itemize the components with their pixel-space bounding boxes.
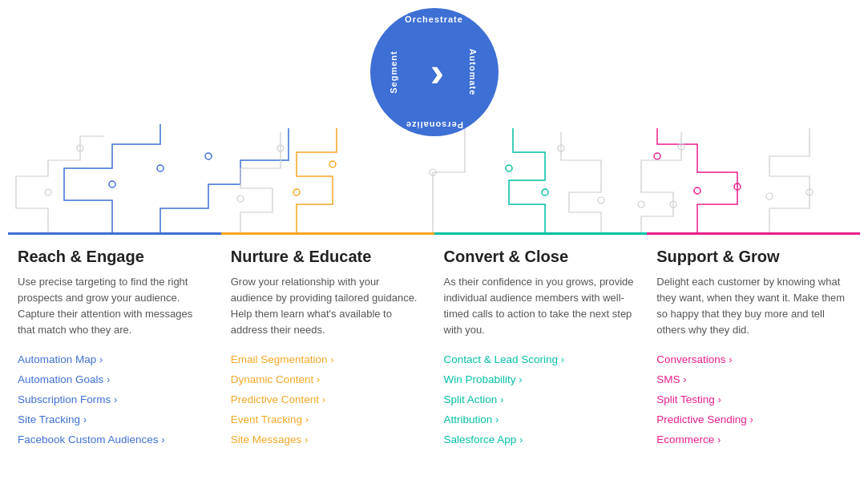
svg-point-1: [157, 165, 164, 171]
feature-link-convert-0[interactable]: Contact & Lead Scoring: [444, 353, 638, 365]
svg-point-17: [766, 193, 773, 200]
feature-link-nurture-2[interactable]: Predictive Content: [231, 393, 425, 405]
circle-label-orchestrate: Orchestrate: [405, 14, 463, 24]
column-support: Support & GrowDelight each customer by k…: [647, 232, 860, 470]
svg-point-3: [45, 189, 51, 196]
columns-area: Reach & EngageUse precise targeting to f…: [0, 232, 868, 470]
svg-point-14: [694, 188, 700, 194]
column-nurture: Nurture & EducateGrow your relationship …: [221, 232, 434, 470]
feature-link-convert-4[interactable]: Salesforce App: [444, 433, 638, 446]
feature-link-reach-1[interactable]: Automation Goals: [18, 373, 212, 385]
svg-point-2: [205, 153, 212, 159]
column-title-reach: Reach & Engage: [18, 248, 212, 266]
chevron-icon: ›: [430, 51, 444, 93]
svg-point-10: [506, 165, 512, 171]
diagram-area: Orchestrate Automate Personalize Segment…: [0, 0, 868, 232]
svg-point-6: [329, 161, 336, 167]
svg-point-9: [542, 189, 548, 196]
column-title-convert: Convert & Close: [444, 248, 638, 266]
svg-point-7: [237, 196, 244, 202]
column-desc-convert: As their confidence in you grows, provid…: [444, 274, 638, 339]
feature-link-convert-1[interactable]: Win Probability: [444, 373, 638, 385]
column-desc-reach: Use precise targeting to find the right …: [18, 274, 212, 339]
circle-label-personalize: Personalize: [405, 120, 462, 130]
feature-link-support-1[interactable]: SMS: [656, 373, 850, 385]
svg-point-19: [638, 201, 644, 208]
feature-link-nurture-4[interactable]: Site Messages: [231, 433, 425, 446]
feature-link-reach-4[interactable]: Facebook Custom Audiences: [18, 433, 212, 446]
column-convert: Convert & CloseAs their confidence in yo…: [434, 232, 648, 470]
feature-link-convert-2[interactable]: Split Action: [444, 393, 638, 405]
column-reach: Reach & EngageUse precise targeting to f…: [8, 232, 221, 470]
column-desc-support: Delight each customer by knowing what th…: [656, 274, 850, 339]
svg-point-0: [109, 181, 115, 188]
circle-label-automate: Automate: [468, 49, 478, 96]
feature-link-reach-0[interactable]: Automation Map: [18, 353, 212, 365]
svg-point-5: [293, 189, 300, 196]
feature-link-reach-3[interactable]: Site Tracking: [18, 413, 212, 425]
column-title-support: Support & Grow: [656, 248, 850, 266]
center-circle: Orchestrate Automate Personalize Segment…: [370, 8, 499, 136]
circle-label-segment: Segment: [388, 50, 398, 93]
feature-link-support-0[interactable]: Conversations: [656, 353, 850, 365]
svg-point-11: [598, 197, 604, 204]
feature-link-support-2[interactable]: Split Testing: [656, 393, 850, 405]
svg-point-16: [654, 153, 660, 159]
feature-link-nurture-3[interactable]: Event Tracking: [231, 413, 425, 425]
feature-link-reach-2[interactable]: Subscription Forms: [18, 393, 212, 405]
column-desc-nurture: Grow your relationship with your audienc…: [231, 274, 425, 339]
feature-link-nurture-1[interactable]: Dynamic Content: [231, 373, 425, 385]
page-wrapper: Orchestrate Automate Personalize Segment…: [0, 0, 868, 500]
feature-link-convert-3[interactable]: Attribution: [444, 413, 638, 425]
feature-link-nurture-0[interactable]: Email Segmentation: [231, 353, 425, 365]
column-title-nurture: Nurture & Educate: [231, 248, 425, 266]
feature-link-support-4[interactable]: Ecommerce: [656, 433, 850, 446]
feature-link-support-3[interactable]: Predictive Sending: [656, 413, 850, 425]
